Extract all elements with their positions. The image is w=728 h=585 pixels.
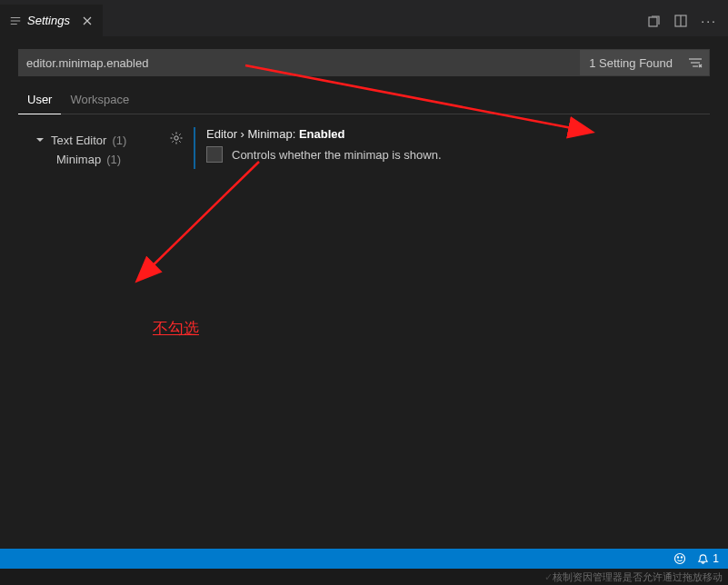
- status-bar: 1: [0, 549, 728, 569]
- setting-item: Editor › Minimap: Enabled Controls wheth…: [194, 127, 442, 169]
- setting-title: Editor › Minimap: Enabled: [206, 127, 442, 141]
- more-actions-icon[interactable]: ···: [701, 14, 717, 28]
- open-changes-icon[interactable]: [646, 14, 661, 28]
- tree-item-minimap[interactable]: Minimap (1): [18, 150, 168, 169]
- tree-count: (1): [112, 134, 126, 147]
- setting-checkbox[interactable]: [206, 146, 223, 163]
- close-icon[interactable]: [79, 13, 95, 29]
- svg-point-13: [682, 557, 683, 558]
- svg-point-12: [678, 557, 679, 558]
- tree-count: (1): [106, 153, 121, 166]
- tab-user[interactable]: User: [18, 85, 61, 114]
- tab-settings[interactable]: Settings: [0, 5, 104, 36]
- tree-label: Minimap: [56, 153, 101, 166]
- chevron-down-icon: [35, 134, 47, 147]
- svg-point-11: [675, 554, 685, 564]
- notifications-button[interactable]: 1: [697, 552, 719, 565]
- search-input[interactable]: [19, 50, 580, 75]
- feedback-icon[interactable]: [673, 552, 686, 565]
- settings-tree: Text Editor (1) Minimap (1): [18, 127, 168, 169]
- tab-workspace[interactable]: Workspace: [61, 85, 138, 114]
- search-result-count: 1 Setting Found: [580, 50, 682, 75]
- editor-actions: ···: [635, 5, 728, 36]
- split-editor-icon[interactable]: [673, 14, 688, 28]
- settings-search: 1 Setting Found: [18, 49, 710, 76]
- tab-title: Settings: [27, 14, 70, 27]
- tree-label: Text Editor: [51, 134, 106, 147]
- svg-point-8: [175, 136, 178, 140]
- gear-icon[interactable]: [168, 127, 184, 169]
- settings-list-icon: [9, 15, 22, 27]
- svg-line-10: [138, 162, 259, 280]
- scope-tabs: User Workspace: [18, 85, 710, 114]
- svg-rect-0: [649, 17, 657, 26]
- annotation-text: 不勾选: [153, 318, 199, 339]
- setting-description: Controls whether the minimap is shown.: [232, 148, 442, 162]
- tab-bar: Settings ···: [0, 5, 728, 36]
- clear-search-icon[interactable]: [682, 50, 709, 75]
- bottom-strip: ✓ 核制资因管理器是否允许通过拖放移动: [0, 569, 728, 585]
- notifications-count: 1: [713, 552, 719, 565]
- tree-item-text-editor[interactable]: Text Editor (1): [18, 131, 168, 150]
